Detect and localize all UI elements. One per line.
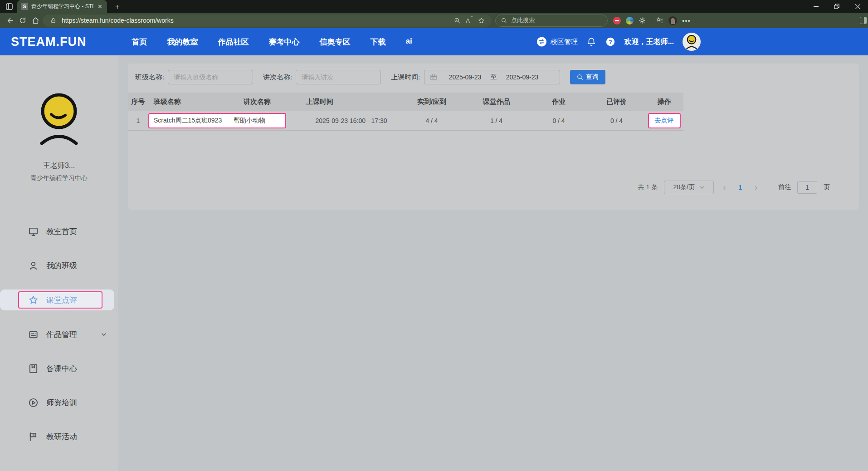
nav-item-olympiad[interactable]: 信奥专区: [320, 37, 351, 47]
class-name-label: 班级名称:: [135, 73, 164, 82]
close-tab-icon[interactable]: ✕: [97, 3, 103, 10]
main-content: 班级名称: 讲次名称: 上课时间: 2025-09-23 至 2025-09-2…: [118, 55, 868, 471]
sidebar-item-research-activity[interactable]: 教研活动: [0, 427, 118, 446]
campus-admin-label: 校区管理: [551, 38, 578, 46]
sidebar-item-classroom-home[interactable]: 教室首页: [0, 221, 118, 241]
date-end[interactable]: 2025-09-23: [502, 74, 543, 81]
col-lesson-name: 讲次名称: [244, 98, 302, 106]
goto-label: 前往: [778, 183, 791, 191]
search-icon: [577, 74, 583, 80]
browser-toolbar: https://steam.fun/code-classroom/works A…: [0, 13, 868, 28]
sidebar-menu: 教室首页 我的班级 课堂点评 作品管理 备课中心 师资: [0, 221, 118, 446]
extension-red-icon[interactable]: [613, 17, 621, 25]
search-button[interactable]: 查询: [570, 70, 605, 84]
calendar-icon: [430, 74, 437, 81]
col-index: 序号: [128, 98, 148, 106]
prev-page-button[interactable]: ‹: [720, 183, 728, 192]
current-page[interactable]: 1: [735, 184, 746, 191]
close-window-button[interactable]: [847, 0, 868, 13]
extension-gear-icon[interactable]: [639, 17, 646, 24]
search-box[interactable]: 点此搜索: [495, 15, 608, 27]
goto-page-input[interactable]: [797, 181, 817, 194]
content-card: 班级名称: 讲次名称: 上课时间: 2025-09-23 至 2025-09-2…: [128, 64, 859, 210]
refresh-icon[interactable]: [16, 15, 29, 26]
user-avatar[interactable]: [683, 33, 701, 51]
col-class-time: 上课时间: [302, 98, 400, 106]
site-favicon: S: [21, 3, 28, 10]
monitor-icon: [28, 226, 39, 237]
nav-item-ai[interactable]: ai: [406, 37, 412, 47]
home-icon[interactable]: [29, 15, 42, 26]
class-time-label: 上课时间:: [391, 73, 420, 82]
restore-button[interactable]: [826, 0, 847, 13]
cell-attendance: 4 / 4: [400, 117, 463, 124]
welcome-text: 欢迎，王老师...: [624, 37, 674, 47]
address-bar[interactable]: https://steam.fun/code-classroom/works A…: [43, 15, 492, 27]
page-size-select[interactable]: 20条/页: [664, 181, 714, 194]
pagination: 共 1 条 20条/页 ‹ 1 › 前往 页: [135, 181, 850, 194]
site-header: STEAM.FUN 首页 我的教室 作品社区 赛考中心 信奥专区 下载 ai 校…: [0, 28, 868, 55]
new-tab-button[interactable]: ＋: [113, 1, 121, 12]
main-nav: 首页 我的教室 作品社区 赛考中心 信奥专区 下载 ai: [132, 37, 412, 47]
sidebar-item-works-management[interactable]: 作品管理: [0, 324, 118, 344]
col-class-name: 班级名称: [148, 98, 244, 106]
play-circle-icon: [28, 397, 39, 408]
date-start[interactable]: 2025-09-23: [444, 74, 486, 81]
sidebar-item-teacher-training[interactable]: 师资培训: [0, 392, 118, 412]
read-aloud-icon[interactable]: Aˆ: [466, 17, 473, 24]
cell-index: 1: [128, 117, 148, 124]
sidebar-item-lesson-prep[interactable]: 备课中心: [0, 358, 118, 378]
col-attendance: 实到/应到: [400, 98, 463, 106]
cell-reviewed: 0 / 4: [588, 117, 645, 124]
sidebar-user-name: 王老师3...: [43, 161, 75, 171]
review-table: 序号 班级名称讲次名称 上课时间 实到/应到 课堂作品 作业 已评价 操作 1 …: [128, 93, 683, 131]
browser-menu-icon[interactable]: •••: [682, 17, 691, 25]
highlight-box: Scratch周二15点班0923 帮助小动物: [148, 113, 286, 128]
user-icon: [28, 260, 39, 271]
sidebar-org-name: 青少年编程学习中心: [30, 174, 88, 182]
teacher-avatar: [29, 91, 88, 149]
col-classroom-works: 课堂作品: [463, 98, 529, 106]
flag-icon: [28, 432, 39, 442]
col-homework: 作业: [529, 98, 588, 106]
help-icon[interactable]: ?: [605, 37, 616, 47]
chevron-down-icon: [699, 185, 705, 190]
campus-admin-button[interactable]: 校区管理: [536, 37, 578, 47]
extension-color-icon[interactable]: [626, 17, 634, 25]
nav-item-classroom[interactable]: 我的教室: [167, 37, 198, 47]
browser-tab[interactable]: S 青少年编程学习中心 - STEAM.FUN ✕: [17, 0, 107, 13]
search-icon: [501, 18, 507, 24]
next-page-button[interactable]: ›: [752, 183, 760, 192]
minimize-button[interactable]: [805, 0, 826, 13]
nav-item-contest[interactable]: 赛考中心: [269, 37, 300, 47]
highlight-box: [18, 291, 102, 309]
nav-item-download[interactable]: 下载: [371, 37, 386, 47]
col-reviewed: 已评价: [588, 98, 645, 106]
date-separator: 至: [491, 73, 497, 81]
favorites-bar-icon[interactable]: [656, 17, 663, 24]
tab-actions-icon[interactable]: [4, 2, 15, 11]
table-row: 1 Scratch周二15点班0923 帮助小动物 2025-09-23 16:…: [128, 111, 683, 131]
sidebar-panel-icon[interactable]: [860, 17, 867, 24]
back-icon[interactable]: [4, 15, 16, 26]
nav-item-community[interactable]: 作品社区: [218, 37, 249, 47]
sidebar: 王老师3... 青少年编程学习中心 教室首页 我的班级 课堂点评 作品管理: [0, 55, 118, 471]
sidebar-item-class-review[interactable]: 课堂点评: [0, 289, 114, 310]
favorite-star-icon[interactable]: [476, 15, 486, 25]
search-placeholder: 点此搜索: [511, 16, 535, 25]
go-review-link[interactable]: 去点评: [655, 117, 674, 125]
lesson-name-input[interactable]: [296, 70, 381, 84]
table-header: 序号 班级名称讲次名称 上课时间 实到/应到 课堂作品 作业 已评价 操作: [128, 93, 683, 111]
date-range-picker[interactable]: 2025-09-23 至 2025-09-23: [424, 70, 560, 84]
filter-bar: 班级名称: 讲次名称: 上课时间: 2025-09-23 至 2025-09-2…: [135, 70, 850, 84]
zoom-icon[interactable]: [452, 15, 462, 25]
notification-bell-icon[interactable]: [586, 37, 597, 47]
site-logo[interactable]: STEAM.FUN: [11, 35, 87, 49]
class-name-input[interactable]: [168, 70, 253, 84]
browser-profile-avatar[interactable]: [668, 16, 677, 25]
sidebar-item-my-classes[interactable]: 我的班级: [0, 255, 118, 275]
cell-classroom-works: 1 / 4: [463, 117, 529, 124]
nav-item-home[interactable]: 首页: [132, 37, 147, 47]
chevron-down-icon: [101, 331, 107, 338]
pagination-total: 共 1 条: [638, 183, 658, 191]
